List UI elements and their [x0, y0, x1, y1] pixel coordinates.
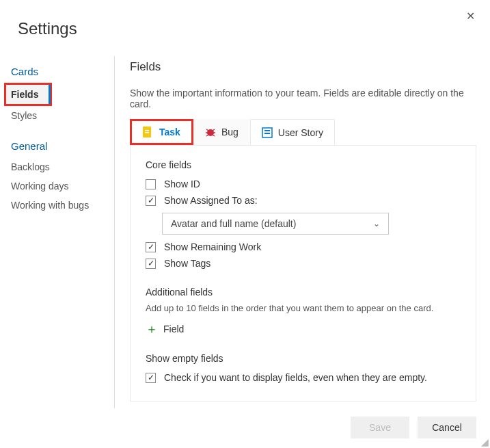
page-title: Settings [0, 0, 490, 38]
sidebar-item-label: Styles [11, 110, 37, 121]
task-icon [143, 127, 154, 137]
tab-bug[interactable]: Bug [193, 119, 250, 145]
assigned-to-select[interactable]: Avatar and full name (default) ⌄ [162, 213, 389, 235]
sidebar-item-working-with-bugs[interactable]: Working with bugs [0, 196, 114, 215]
remaining-work-label: Show Remaining Work [164, 241, 261, 252]
tab-label: Bug [221, 127, 239, 137]
close-icon[interactable]: ✕ [463, 8, 478, 25]
add-field-label: Field [163, 324, 184, 334]
tab-label: User Story [278, 127, 323, 138]
additional-fields-title: Additional fields [146, 287, 461, 298]
show-id-label: Show ID [164, 179, 200, 189]
tab-label: Task [159, 127, 180, 137]
tab-user-story[interactable]: User Story [250, 119, 335, 145]
svg-line-4 [206, 129, 208, 131]
main-panel: Fields Show the important information to… [115, 56, 490, 408]
tags-label: Show Tags [164, 258, 210, 269]
additional-fields-help: Add up to 10 fields in the order that yo… [146, 303, 461, 313]
section-help: Show the important information to your t… [130, 88, 476, 109]
userstory-icon [262, 127, 273, 138]
svg-line-5 [213, 129, 215, 131]
sidebar-item-fields[interactable]: Fields [4, 83, 52, 106]
checkbox-remaining-work[interactable] [146, 242, 156, 252]
tab-panel-task: Core fields Show ID Show Assigned To as:… [130, 146, 476, 401]
assigned-to-selected: Avatar and full name (default) [171, 218, 296, 229]
sidebar: Cards Fields Styles General Backlogs Wor… [0, 56, 115, 408]
resize-grip-icon: ◢ [481, 437, 489, 447]
checkbox-show-assigned-to[interactable] [146, 196, 156, 206]
core-fields-title: Core fields [146, 159, 461, 170]
add-field-button[interactable]: ＋ Field [146, 320, 461, 338]
svg-rect-12 [264, 133, 270, 134]
section-title: Fields [130, 60, 476, 74]
svg-rect-2 [145, 132, 149, 133]
sidebar-item-label: Backlogs [11, 161, 50, 172]
assigned-to-label: Show Assigned To as: [164, 195, 258, 206]
svg-rect-1 [145, 130, 149, 131]
empty-fields-label: Check if you want to display fields, eve… [164, 372, 427, 383]
sidebar-item-label: Working days [11, 181, 69, 192]
checkbox-show-tags[interactable] [146, 259, 156, 269]
save-button[interactable]: Save [351, 417, 409, 438]
tabs: Task Bug User Story [130, 119, 476, 146]
sidebar-group-cards: Cards [0, 60, 114, 83]
svg-line-9 [213, 135, 215, 136]
checkbox-empty-fields[interactable] [146, 373, 156, 383]
svg-line-8 [206, 135, 208, 136]
sidebar-group-general: General [0, 135, 114, 157]
svg-rect-11 [264, 130, 270, 131]
sidebar-item-working-days[interactable]: Working days [0, 176, 114, 196]
cancel-button[interactable]: Cancel [418, 417, 476, 438]
sidebar-item-styles[interactable]: Styles [0, 106, 114, 125]
tab-task[interactable]: Task [130, 119, 193, 145]
plus-icon: ＋ [146, 323, 158, 335]
sidebar-item-label: Fields [11, 89, 38, 100]
checkbox-show-id[interactable] [146, 179, 156, 189]
empty-fields-title: Show empty fields [146, 353, 461, 364]
bug-icon [205, 127, 216, 137]
sidebar-item-label: Working with bugs [11, 200, 89, 211]
sidebar-item-backlogs[interactable]: Backlogs [0, 157, 114, 176]
dialog-footer: Save Cancel [351, 417, 476, 438]
chevron-down-icon: ⌄ [373, 219, 380, 228]
